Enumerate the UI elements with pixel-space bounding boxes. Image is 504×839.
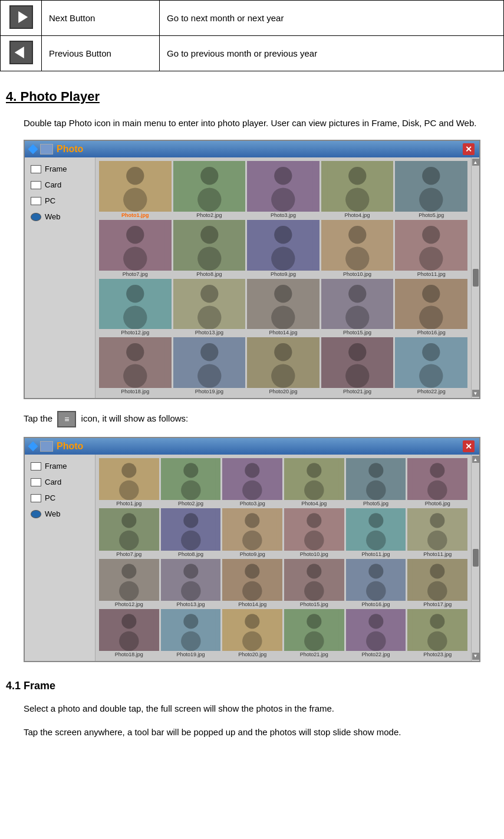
photo-thumb[interactable]: Photo11.jpg <box>395 220 467 277</box>
svg-point-70 <box>307 463 321 478</box>
photo-thumb[interactable]: Photo5.jpg <box>346 458 406 506</box>
photo-label: Photo11.jpg <box>417 271 446 277</box>
photo-thumb[interactable]: Photo15.jpg <box>284 559 344 607</box>
photo-thumb[interactable]: Photo13.jpg <box>161 559 221 607</box>
photo-thumb[interactable]: Photo16.jpg <box>346 559 406 607</box>
section41-text1: Select a photo and double tap, the full … <box>24 702 504 716</box>
photo-thumb[interactable]: Photo7.jpg <box>99 220 172 277</box>
photo-thumb[interactable]: Photo22.jpg <box>346 609 406 657</box>
table-row-next: Next Button Go to next month or next yea… <box>1 1 504 36</box>
photo-thumb[interactable]: Photo9.jpg <box>247 220 319 277</box>
photo-thumb[interactable]: Photo18.jpg <box>99 609 159 657</box>
sidebar-item-pc[interactable]: PC <box>25 193 95 209</box>
sidebar-item-card[interactable]: Card <box>25 177 95 193</box>
scroll-down-2[interactable]: ▼ <box>472 653 479 660</box>
photo-thumb[interactable]: Photo5.jpg <box>395 161 467 218</box>
photo-thumb[interactable]: Photo1.jpg <box>99 458 159 506</box>
photo-thumb[interactable]: Photo9.jpg <box>222 508 282 557</box>
svg-point-52 <box>274 344 292 361</box>
photo-thumb[interactable]: Photo2.jpg <box>161 458 221 506</box>
close-button-2[interactable]: ✕ <box>463 440 475 452</box>
photo-thumb[interactable]: Photo16.jpg <box>395 279 467 336</box>
photo-thumb[interactable]: Photo11.jpg <box>407 508 467 557</box>
prev-button-label: Previous Button <box>42 36 160 71</box>
sidebar-item-card-2[interactable]: Card <box>25 474 95 490</box>
photo-image <box>222 458 282 500</box>
photo-thumb[interactable]: Photo3.jpg <box>222 458 282 506</box>
photo-thumb[interactable]: Photo15.jpg <box>321 279 394 336</box>
sidebar-item-web[interactable]: Web <box>25 209 95 225</box>
photo-thumb[interactable]: Photo20.jpg <box>222 609 282 657</box>
photo-title-2: Photo <box>57 441 459 452</box>
photo-thumb[interactable]: Photo17.jpg <box>407 559 467 607</box>
photo-thumb[interactable]: Photo21.jpg <box>284 609 344 657</box>
photo-thumb[interactable]: Photo12.jpg <box>99 279 172 336</box>
sidebar-item-frame-2[interactable]: Frame <box>25 458 95 474</box>
photo-label: Photo11.jpg <box>361 551 390 557</box>
photo-label: Photo3.jpg <box>240 501 265 506</box>
photo-thumb[interactable]: Photo2.jpg <box>173 161 246 218</box>
svg-point-107 <box>304 581 324 600</box>
svg-point-122 <box>242 631 262 650</box>
photo-thumb[interactable]: Photo4.jpg <box>321 161 394 218</box>
svg-point-130 <box>430 614 445 629</box>
photo-thumb[interactable]: Photo21.jpg <box>321 337 394 394</box>
photo-thumb[interactable]: Photo1.jpg <box>99 161 172 218</box>
scrollbar-1[interactable]: ▲ ▼ <box>471 157 479 398</box>
photo-label: Photo13.jpg <box>176 601 205 607</box>
photo-thumb[interactable]: Photo7.jpg <box>99 508 159 557</box>
scroll-thumb-1[interactable] <box>473 269 479 287</box>
photo-thumb[interactable]: Photo10.jpg <box>321 220 394 277</box>
photo-thumb[interactable]: Photo4.jpg <box>284 458 344 506</box>
pc-icon-2 <box>31 494 41 502</box>
svg-point-113 <box>427 581 447 600</box>
scroll-up-1[interactable]: ▲ <box>472 159 479 166</box>
svg-point-5 <box>197 187 221 211</box>
svg-point-77 <box>427 481 447 500</box>
scroll-down-1[interactable]: ▼ <box>472 390 479 397</box>
sidebar-item-pc-2[interactable]: PC <box>25 490 95 506</box>
photo-image <box>395 337 467 388</box>
section4-heading: 4. Photo Player <box>0 89 504 104</box>
photo-thumb[interactable]: Photo20.jpg <box>247 337 319 394</box>
scrollbar-2[interactable]: ▲ ▼ <box>471 455 479 661</box>
sidebar-item-web-2[interactable]: Web <box>25 506 95 522</box>
photo-thumb[interactable]: Photo3.jpg <box>247 161 319 218</box>
photo-thumb[interactable]: Photo11.jpg <box>346 508 406 557</box>
photo-grid-2: Photo1.jpgPhoto2.jpgPhoto3.jpgPhoto4.jpg… <box>95 455 471 661</box>
photo-thumb[interactable]: Photo19.jpg <box>173 337 246 394</box>
svg-point-125 <box>304 631 324 650</box>
photo-thumb[interactable]: Photo8.jpg <box>161 508 221 557</box>
scroll-up-2[interactable]: ▲ <box>472 456 479 463</box>
photo-thumb[interactable]: Photo13.jpg <box>173 279 246 336</box>
photo-image <box>321 161 394 212</box>
photo-thumb[interactable]: Photo6.jpg <box>407 458 467 506</box>
photo-thumb[interactable]: Photo23.jpg <box>407 609 467 657</box>
svg-point-106 <box>307 564 321 578</box>
photo-label: Photo15.jpg <box>300 601 328 607</box>
photo-thumb[interactable]: Photo8.jpg <box>173 220 246 277</box>
photo-titlebar-1: Photo ✕ <box>25 141 479 157</box>
photo-thumb[interactable]: Photo22.jpg <box>395 337 467 394</box>
scroll-thumb-2[interactable] <box>473 549 479 567</box>
svg-point-61 <box>121 463 136 478</box>
photo-image <box>284 458 344 500</box>
photo-image <box>222 508 282 550</box>
svg-point-116 <box>119 631 139 650</box>
pc-icon <box>31 197 41 205</box>
photo-image <box>321 220 394 271</box>
photo-thumb[interactable]: Photo14.jpg <box>222 559 282 607</box>
close-button-1[interactable]: ✕ <box>463 143 475 155</box>
svg-point-28 <box>423 226 440 244</box>
photo-thumb[interactable]: Photo19.jpg <box>161 609 221 657</box>
svg-point-20 <box>197 246 221 270</box>
photo-thumb[interactable]: Photo14.jpg <box>247 279 319 336</box>
svg-point-76 <box>430 463 445 478</box>
photo-label: Photo8.jpg <box>196 271 222 277</box>
sidebar-item-frame[interactable]: Frame <box>25 161 95 177</box>
next-button-desc: Go to next month or next year <box>160 1 504 36</box>
photo-thumb[interactable]: Photo18.jpg <box>99 337 172 394</box>
svg-point-38 <box>271 305 295 329</box>
photo-thumb[interactable]: Photo12.jpg <box>99 559 159 607</box>
photo-thumb[interactable]: Photo10.jpg <box>284 508 344 557</box>
